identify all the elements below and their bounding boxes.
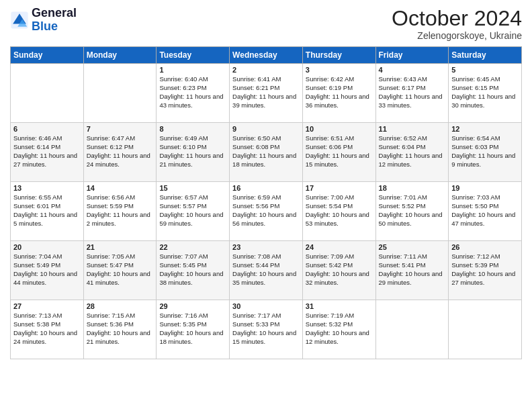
table-row xyxy=(11,64,84,123)
day-number: 8 xyxy=(159,125,226,133)
table-row: 31Sunrise: 7:19 AM Sunset: 5:32 PM Dayli… xyxy=(302,300,375,359)
day-number: 19 xyxy=(451,184,519,192)
day-number: 28 xyxy=(87,302,154,310)
day-number: 17 xyxy=(306,184,373,192)
table-row: 13Sunrise: 6:55 AM Sunset: 6:01 PM Dayli… xyxy=(11,182,84,241)
day-number: 21 xyxy=(87,243,154,251)
day-number: 2 xyxy=(232,66,300,74)
day-number: 5 xyxy=(451,66,519,74)
day-info: Sunrise: 6:56 AM Sunset: 5:59 PM Dayligh… xyxy=(87,193,154,228)
day-info: Sunrise: 7:19 AM Sunset: 5:32 PM Dayligh… xyxy=(306,312,373,346)
day-info: Sunrise: 6:51 AM Sunset: 6:06 PM Dayligh… xyxy=(306,134,373,169)
calendar-week-4: 27Sunrise: 7:13 AM Sunset: 5:38 PM Dayli… xyxy=(11,300,522,359)
table-row: 16Sunrise: 6:59 AM Sunset: 5:56 PM Dayli… xyxy=(230,182,303,241)
day-number: 3 xyxy=(306,66,373,74)
table-row: 23Sunrise: 7:08 AM Sunset: 5:44 PM Dayli… xyxy=(230,241,303,300)
day-info: Sunrise: 7:12 AM Sunset: 5:39 PM Dayligh… xyxy=(451,253,519,287)
table-row: 12Sunrise: 6:54 AM Sunset: 6:03 PM Dayli… xyxy=(449,123,522,182)
day-info: Sunrise: 6:49 AM Sunset: 6:10 PM Dayligh… xyxy=(159,134,226,169)
logo-text: General Blue xyxy=(32,7,77,34)
location: Zelenogorskoye, Ukraine xyxy=(392,30,522,41)
col-saturday: Saturday xyxy=(449,47,522,64)
day-number: 15 xyxy=(159,184,226,192)
day-number: 29 xyxy=(159,302,226,310)
table-row: 25Sunrise: 7:11 AM Sunset: 5:41 PM Dayli… xyxy=(375,241,449,300)
logo-line2: Blue xyxy=(32,20,77,34)
table-row: 6Sunrise: 6:46 AM Sunset: 6:14 PM Daylig… xyxy=(11,123,84,182)
table-row xyxy=(83,64,157,123)
table-row: 1Sunrise: 6:40 AM Sunset: 6:23 PM Daylig… xyxy=(157,64,230,123)
page: General Blue October 2024 Zelenogorskoye… xyxy=(0,0,532,411)
table-row: 29Sunrise: 7:16 AM Sunset: 5:35 PM Dayli… xyxy=(157,300,230,359)
day-number: 23 xyxy=(232,243,300,251)
col-thursday: Thursday xyxy=(302,47,375,64)
day-number: 25 xyxy=(379,243,446,251)
day-info: Sunrise: 6:50 AM Sunset: 6:08 PM Dayligh… xyxy=(232,134,300,169)
day-info: Sunrise: 7:04 AM Sunset: 5:49 PM Dayligh… xyxy=(13,253,81,287)
day-info: Sunrise: 6:52 AM Sunset: 6:04 PM Dayligh… xyxy=(379,134,446,169)
day-info: Sunrise: 6:42 AM Sunset: 6:19 PM Dayligh… xyxy=(306,75,373,109)
day-number: 22 xyxy=(159,243,226,251)
day-info: Sunrise: 7:16 AM Sunset: 5:35 PM Dayligh… xyxy=(159,312,226,346)
month-title: October 2024 xyxy=(392,7,522,30)
table-row: 17Sunrise: 7:00 AM Sunset: 5:54 PM Dayli… xyxy=(302,182,375,241)
day-info: Sunrise: 6:57 AM Sunset: 5:57 PM Dayligh… xyxy=(159,193,226,228)
day-info: Sunrise: 7:13 AM Sunset: 5:38 PM Dayligh… xyxy=(13,312,81,346)
day-number: 18 xyxy=(379,184,446,192)
table-row: 11Sunrise: 6:52 AM Sunset: 6:04 PM Dayli… xyxy=(375,123,449,182)
day-info: Sunrise: 6:43 AM Sunset: 6:17 PM Dayligh… xyxy=(379,75,446,109)
day-info: Sunrise: 6:40 AM Sunset: 6:23 PM Dayligh… xyxy=(159,75,226,109)
day-number: 12 xyxy=(451,125,519,133)
calendar-week-2: 13Sunrise: 6:55 AM Sunset: 6:01 PM Dayli… xyxy=(11,182,522,241)
table-row: 21Sunrise: 7:05 AM Sunset: 5:47 PM Dayli… xyxy=(83,241,157,300)
day-info: Sunrise: 7:03 AM Sunset: 5:50 PM Dayligh… xyxy=(451,193,519,228)
table-row: 26Sunrise: 7:12 AM Sunset: 5:39 PM Dayli… xyxy=(449,241,522,300)
day-number: 6 xyxy=(13,125,81,133)
day-info: Sunrise: 7:17 AM Sunset: 5:33 PM Dayligh… xyxy=(232,312,300,346)
day-number: 26 xyxy=(451,243,519,251)
day-info: Sunrise: 7:11 AM Sunset: 5:41 PM Dayligh… xyxy=(379,253,446,287)
day-info: Sunrise: 7:00 AM Sunset: 5:54 PM Dayligh… xyxy=(306,193,373,228)
calendar: Sunday Monday Tuesday Wednesday Thursday… xyxy=(10,46,522,359)
day-number: 1 xyxy=(159,66,226,74)
table-row: 5Sunrise: 6:45 AM Sunset: 6:15 PM Daylig… xyxy=(449,64,522,123)
day-info: Sunrise: 6:54 AM Sunset: 6:03 PM Dayligh… xyxy=(451,134,519,169)
col-friday: Friday xyxy=(375,47,449,64)
table-row: 30Sunrise: 7:17 AM Sunset: 5:33 PM Dayli… xyxy=(230,300,303,359)
table-row: 28Sunrise: 7:15 AM Sunset: 5:36 PM Dayli… xyxy=(83,300,157,359)
table-row: 14Sunrise: 6:56 AM Sunset: 5:59 PM Dayli… xyxy=(83,182,157,241)
col-sunday: Sunday xyxy=(11,47,84,64)
day-number: 30 xyxy=(232,302,300,310)
day-info: Sunrise: 6:45 AM Sunset: 6:15 PM Dayligh… xyxy=(451,75,519,109)
logo-icon xyxy=(10,11,29,30)
table-row: 9Sunrise: 6:50 AM Sunset: 6:08 PM Daylig… xyxy=(230,123,303,182)
day-number: 13 xyxy=(13,184,81,192)
day-info: Sunrise: 7:15 AM Sunset: 5:36 PM Dayligh… xyxy=(87,312,154,346)
calendar-header-row: Sunday Monday Tuesday Wednesday Thursday… xyxy=(11,47,522,64)
day-number: 31 xyxy=(306,302,373,310)
table-row: 3Sunrise: 6:42 AM Sunset: 6:19 PM Daylig… xyxy=(302,64,375,123)
table-row: 10Sunrise: 6:51 AM Sunset: 6:06 PM Dayli… xyxy=(302,123,375,182)
table-row: 20Sunrise: 7:04 AM Sunset: 5:49 PM Dayli… xyxy=(11,241,84,300)
day-number: 24 xyxy=(306,243,373,251)
header: General Blue October 2024 Zelenogorskoye… xyxy=(10,7,522,41)
day-info: Sunrise: 6:41 AM Sunset: 6:21 PM Dayligh… xyxy=(232,75,300,109)
day-info: Sunrise: 7:01 AM Sunset: 5:52 PM Dayligh… xyxy=(379,193,446,228)
calendar-week-0: 1Sunrise: 6:40 AM Sunset: 6:23 PM Daylig… xyxy=(11,64,522,123)
day-info: Sunrise: 7:05 AM Sunset: 5:47 PM Dayligh… xyxy=(87,253,154,287)
table-row: 8Sunrise: 6:49 AM Sunset: 6:10 PM Daylig… xyxy=(157,123,230,182)
day-info: Sunrise: 7:09 AM Sunset: 5:42 PM Dayligh… xyxy=(306,253,373,287)
table-row xyxy=(375,300,449,359)
calendar-week-3: 20Sunrise: 7:04 AM Sunset: 5:49 PM Dayli… xyxy=(11,241,522,300)
table-row: 22Sunrise: 7:07 AM Sunset: 5:45 PM Dayli… xyxy=(157,241,230,300)
col-monday: Monday xyxy=(83,47,157,64)
col-tuesday: Tuesday xyxy=(157,47,230,64)
day-number: 9 xyxy=(232,125,300,133)
table-row: 24Sunrise: 7:09 AM Sunset: 5:42 PM Dayli… xyxy=(302,241,375,300)
table-row xyxy=(449,300,522,359)
title-area: October 2024 Zelenogorskoye, Ukraine xyxy=(392,7,522,41)
table-row: 4Sunrise: 6:43 AM Sunset: 6:17 PM Daylig… xyxy=(375,64,449,123)
day-number: 16 xyxy=(232,184,300,192)
day-number: 14 xyxy=(87,184,154,192)
day-info: Sunrise: 6:47 AM Sunset: 6:12 PM Dayligh… xyxy=(87,134,154,169)
